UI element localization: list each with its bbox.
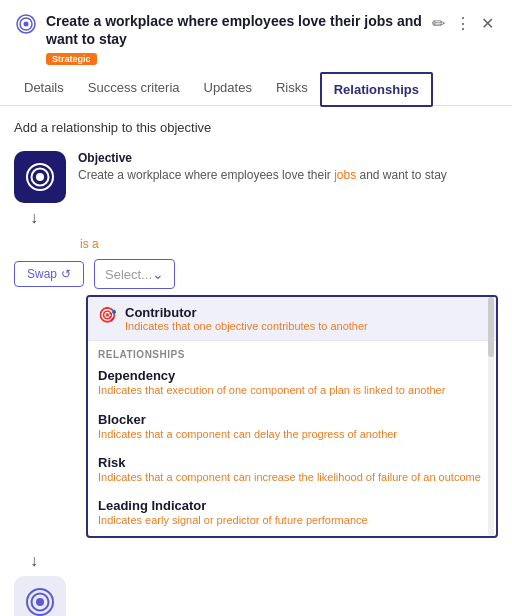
select-placeholder: Select... [105, 267, 152, 282]
down-arrow-2-icon: ↓ [30, 552, 38, 570]
target-obj-row [14, 576, 66, 616]
contributor-desc: Indicates that one objective contributes… [125, 320, 368, 332]
arrow-row-2: ↓ [14, 546, 38, 576]
close-button[interactable]: ✕ [479, 14, 496, 34]
tabs: Details Success criteria Updates Risks R… [0, 72, 512, 106]
obj-icon-dark [14, 151, 66, 203]
swap-icon: ↺ [61, 267, 71, 281]
tab-relationships[interactable]: Relationships [320, 72, 433, 107]
leading-indicator-desc: Indicates early signal or predictor of f… [98, 513, 486, 527]
dependency-desc: Indicates that execution of one componen… [98, 383, 486, 397]
tab-risks[interactable]: Risks [264, 72, 320, 106]
header-left: Create a workplace where employees love … [16, 12, 430, 66]
blocker-desc: Indicates that a component can delay the… [98, 427, 486, 441]
objective-row: Objective Create a workplace where emplo… [14, 151, 498, 203]
dependency-name: Dependency [98, 368, 486, 383]
more-button[interactable]: ⋮ [453, 14, 473, 34]
contributor-name: Contributor [125, 305, 368, 320]
svg-point-2 [24, 22, 29, 27]
obj-details: Objective Create a workplace where emplo… [78, 151, 498, 184]
main-content: Add a relationship to this objective Obj… [0, 106, 512, 616]
tab-success-criteria[interactable]: Success criteria [76, 72, 192, 106]
swap-select-row: Swap ↺ Select... ⌄ [14, 259, 175, 289]
app-container: Create a workplace where employees love … [0, 0, 512, 616]
list-item[interactable]: Leading Indicator Indicates early signal… [88, 492, 496, 535]
swap-button[interactable]: Swap ↺ [14, 261, 84, 287]
risk-name: Risk [98, 455, 486, 470]
tab-updates[interactable]: Updates [192, 72, 264, 106]
blocker-name: Blocker [98, 412, 486, 427]
list-item[interactable]: Risk Indicates that a component can incr… [88, 449, 496, 492]
relationships-section-label: RELATIONSHIPS [88, 341, 496, 362]
connector-label: is a [14, 233, 99, 255]
obj-icon-light [14, 576, 66, 616]
svg-point-8 [36, 598, 44, 606]
strategic-badge: Strategic [46, 53, 97, 65]
select-box[interactable]: Select... ⌄ [94, 259, 175, 289]
svg-point-5 [36, 173, 44, 181]
leading-indicator-name: Leading Indicator [98, 498, 486, 513]
edit-button[interactable]: ✏ [430, 14, 447, 34]
chevron-down-icon: ⌄ [152, 266, 164, 282]
down-arrow-icon: ↓ [30, 209, 38, 227]
scrollbar-thumb[interactable] [488, 297, 494, 357]
objective-icon [16, 14, 36, 34]
obj-label: Objective [78, 151, 498, 165]
contributor-icon: 🎯 [98, 306, 117, 324]
dropdown-highlighted-item[interactable]: 🎯 Contributor Indicates that one objecti… [88, 297, 496, 341]
header: Create a workplace where employees love … [0, 0, 512, 72]
obj-text: Create a workplace where employees love … [78, 167, 498, 184]
page-title: Create a workplace where employees love … [46, 12, 430, 48]
risk-desc: Indicates that a component can increase … [98, 470, 486, 484]
list-item[interactable]: Dependency Indicates that execution of o… [88, 362, 496, 405]
list-item[interactable]: Blocker Indicates that a component can d… [88, 406, 496, 449]
scrollbar-track [488, 297, 494, 535]
arrow-row: ↓ [14, 203, 38, 233]
header-title-block: Create a workplace where employees love … [46, 12, 430, 66]
header-actions: ✏ ⋮ ✕ [430, 14, 496, 34]
section-title: Add a relationship to this objective [14, 120, 498, 135]
objective-section: Objective Create a workplace where emplo… [14, 151, 498, 616]
dropdown-container: 🎯 Contributor Indicates that one objecti… [86, 295, 498, 537]
tab-details[interactable]: Details [12, 72, 76, 106]
